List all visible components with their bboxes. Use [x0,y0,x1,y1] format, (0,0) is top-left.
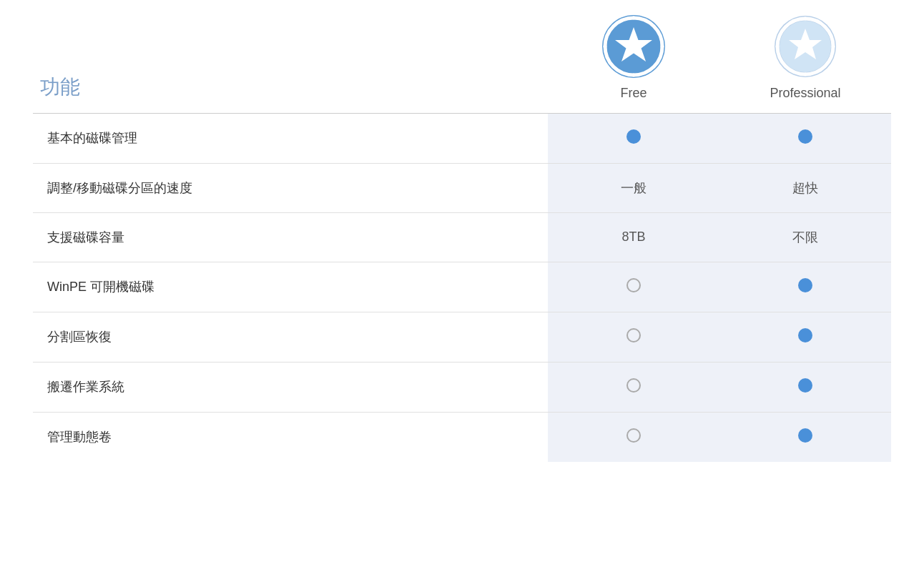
empty-dot-icon [626,328,641,342]
text-value: 8TB [621,230,645,244]
filled-dot-icon [798,378,812,393]
filled-dot-icon [798,129,812,144]
table-row: 基本的磁碟管理 [33,113,891,163]
free-value-cell: 一般 [548,163,719,212]
text-value: 超快 [792,181,818,195]
text-value: 一般 [621,181,647,195]
filled-dot-icon [798,328,812,342]
free-value-cell: 8TB [548,212,719,262]
free-plan-icon-wrap: Free [548,14,719,101]
professional-value-cell [719,262,891,312]
free-value-cell [548,362,719,412]
free-value-cell [548,312,719,362]
empty-dot-icon [626,378,641,393]
table-row: 分割區恢復 [33,312,891,362]
text-value: 不限 [792,230,818,245]
free-value-cell [548,262,719,312]
feature-cell: 搬遷作業系統 [33,362,548,412]
professional-plan-header: Professional [719,14,891,112]
feature-cell: 管理動態卷 [33,412,548,462]
free-plan-name: Free [620,86,647,101]
professional-plan-icon-wrap: Professional [719,14,891,101]
free-value-cell [548,113,719,163]
free-plan-header: Free [548,14,719,112]
professional-plan-name: Professional [770,86,840,101]
professional-value-cell: 不限 [719,212,891,262]
professional-value-cell [719,362,891,412]
filled-dot-icon [798,278,812,292]
table-row: 調整/移動磁碟分區的速度一般超快 [33,163,891,212]
empty-dot-icon [626,428,641,443]
feature-cell: 基本的磁碟管理 [33,113,548,163]
free-plan-icon [601,14,666,79]
feature-cell: 分割區恢復 [33,312,548,362]
table-row: 搬遷作業系統 [33,362,891,412]
table-row: 支援磁碟容量8TB不限 [33,212,891,262]
professional-value-cell [719,312,891,362]
comparison-table: 功能 Free [33,14,891,462]
table-row: WinPE 可開機磁碟 [33,262,891,312]
filled-dot-icon [798,428,812,443]
professional-plan-icon [773,14,837,79]
filled-dot-icon [626,129,641,144]
feature-cell: 支援磁碟容量 [33,212,548,262]
feature-cell: 調整/移動磁碟分區的速度 [33,163,548,212]
free-value-cell [548,412,719,462]
empty-dot-icon [626,278,641,292]
feature-cell: WinPE 可開機磁碟 [33,262,548,312]
table-header-row: 功能 Free [33,14,891,112]
table-row: 管理動態卷 [33,412,891,462]
professional-value-cell [719,113,891,163]
professional-value-cell [719,412,891,462]
feature-title: 功能 [40,76,80,98]
feature-column-header: 功能 [33,14,548,112]
table-body: 基本的磁碟管理調整/移動磁碟分區的速度一般超快支援磁碟容量8TB不限WinPE … [33,113,891,462]
professional-value-cell: 超快 [719,163,891,212]
